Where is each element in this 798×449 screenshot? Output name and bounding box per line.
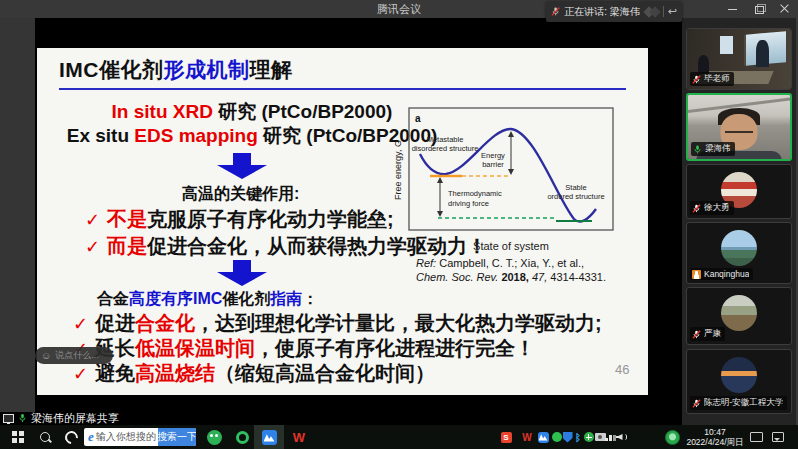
green-ring-icon [236, 431, 249, 444]
share-banner: 梁海伟的屏幕共享 [0, 411, 119, 425]
check-icon: ✓ [73, 314, 88, 334]
tencent-meeting-icon [262, 430, 277, 445]
chat-overlay[interactable]: ☺ 说点什么... [35, 347, 113, 364]
down-arrow-icon [217, 260, 267, 286]
ref-authors: Campbell, C. T.; Xia, Y., et al., [436, 257, 584, 269]
sogou-tray-icon: S [501, 432, 512, 443]
taskbar-search-button[interactable] [34, 425, 56, 449]
tray-green-badge[interactable] [663, 425, 681, 449]
wechat-taskbar-button[interactable] [202, 425, 226, 449]
speaking-text: 正在讲话: 梁海伟 [564, 5, 640, 19]
ie-icon: e [84, 429, 96, 445]
green-plus-icon [584, 432, 594, 442]
chart-ylabel: Free energy, G [393, 140, 403, 200]
person-icon [692, 270, 701, 279]
browser-taskbar-button[interactable] [230, 425, 254, 449]
speaking-indicator[interactable]: 正在讲话: 梁海伟 ↩ [546, 1, 682, 22]
research-1-keyword: In situ XRD [112, 101, 213, 122]
bullet-keyword: 低温保温时间 [135, 337, 255, 359]
participant-name: 毕老师 [704, 73, 730, 85]
close-button[interactable] [780, 4, 790, 14]
mic-active-icon [693, 145, 702, 154]
bullet-pre: 避免 [95, 362, 135, 384]
participant-tile[interactable]: 徐大勇 [686, 164, 792, 219]
sogou-icon [62, 428, 80, 446]
mic-muted-icon [551, 6, 560, 17]
chat-placeholder: 说点什么... [55, 349, 99, 362]
title-part-highlight: 形成机制 [164, 58, 250, 81]
person-silhouette [756, 40, 769, 67]
notification-icon [772, 432, 784, 442]
taskbar: e 输入你想搜的 搜索一下 W S W ᛒ 10:47 2022/4/24/周日 [0, 425, 798, 449]
heading-part: ： [302, 290, 318, 307]
mic-muted-icon [692, 330, 701, 339]
wps-icon: W [293, 430, 305, 445]
bluetooth-icon: ᛒ [575, 432, 581, 443]
action-center-button[interactable] [770, 425, 786, 449]
title-underline [59, 88, 626, 90]
clock-date: 2022/4/24/周日 [684, 437, 746, 447]
check-icon: ✓ [85, 210, 100, 230]
share-banner-text: 梁海伟的屏幕共享 [31, 411, 119, 426]
participant-tile[interactable]: 陈志明-安徽工程大学 [686, 349, 792, 414]
web-search-placeholder[interactable]: 输入你想搜的 [96, 430, 158, 444]
chart-xlabel: State of system [409, 240, 613, 252]
title-part: 理解 [250, 58, 293, 81]
bullet-text: （缩短高温合金化时间） [215, 362, 435, 384]
avatar [721, 357, 757, 393]
metastable-label: Metastable [427, 135, 464, 144]
tencent-meeting-taskbar-button[interactable] [254, 425, 284, 449]
taskbar-web-search[interactable]: e 输入你想搜的 搜索一下 [84, 428, 196, 446]
reference-citation: Ref: Campbell, C. T.; Xia, Y., et al., C… [416, 256, 606, 284]
wps-taskbar-button[interactable]: W [288, 425, 310, 449]
restore-button[interactable] [754, 4, 764, 14]
start-button[interactable] [6, 425, 30, 449]
glasses [725, 131, 753, 137]
tencent-meeting-window: 腾讯会议 正在讲话: 梁海伟 ↩ IMC催化剂形成机制理解 In situ XR… [0, 0, 798, 449]
tray-sogou[interactable]: S [498, 425, 514, 449]
volume-icon [616, 432, 627, 442]
chart-panel-label: a [415, 113, 421, 124]
participant-name: 陈志明-安徽工程大学 [704, 397, 783, 409]
sogou-input-button[interactable] [60, 425, 82, 449]
clock-time: 10:47 [684, 427, 746, 437]
participant-tile[interactable]: 毕老师 [686, 28, 792, 90]
slide-page-number: 46 [615, 362, 629, 377]
thermo-label: driving force [448, 199, 489, 208]
web-search-button[interactable]: 搜索一下 [158, 428, 196, 446]
return-arrow-icon[interactable]: ↩ [668, 6, 677, 17]
heading-part: 合金 [97, 290, 129, 307]
slide-title: IMC催化剂形成机制理解 [59, 56, 293, 84]
ref-journal: Chem. Soc. Rev. [416, 271, 498, 283]
section1-heading: 高温的关键作用: [182, 184, 299, 205]
participant-tile[interactable]: Kanqinghua [686, 222, 792, 284]
touch-keyboard-button[interactable] [748, 425, 764, 449]
monitor-icon [3, 414, 14, 423]
mic-active-icon [18, 413, 27, 423]
shield-icon [563, 432, 573, 443]
down-arrow-icon [217, 153, 267, 179]
participant-nametag: 严康 [690, 327, 725, 341]
emoji-icon[interactable]: ☺ [41, 351, 51, 361]
divider [663, 6, 664, 17]
participant-tile-active-speaker[interactable]: 梁海伟 [686, 93, 792, 161]
section2-bullet: ✓延长低温保温时间，使原子有序化进程进行完全！ [73, 335, 535, 362]
presentation-slide: IMC催化剂形成机制理解 In situ XRD 研究 (PtCo/BP2000… [37, 48, 648, 395]
thermo-label: Thermodynamic [448, 189, 502, 198]
metastable-label: disordered structure [412, 144, 479, 153]
heading-part: 催化剂 [222, 290, 270, 307]
minimize-button[interactable] [728, 4, 738, 14]
green-badge-icon [665, 430, 680, 445]
taskbar-clock[interactable]: 10:47 2022/4/24/周日 [684, 427, 746, 447]
stable-label: Stable [565, 183, 586, 192]
heading-part-highlight: 指南 [270, 290, 302, 307]
participant-name: 梁海伟 [705, 143, 731, 155]
tray-volume[interactable] [614, 425, 628, 449]
screen-share-stage: IMC催化剂形成机制理解 In situ XRD 研究 (PtCo/BP2000… [0, 18, 682, 425]
participant-tile[interactable]: 严康 [686, 287, 792, 345]
ref-volume: 47, [529, 271, 547, 283]
participant-nametag: 陈志明-安徽工程大学 [690, 396, 787, 410]
tray-wps[interactable]: W [520, 425, 534, 449]
tray-meeting[interactable] [536, 425, 550, 449]
barrier-label: Energy [481, 151, 505, 160]
